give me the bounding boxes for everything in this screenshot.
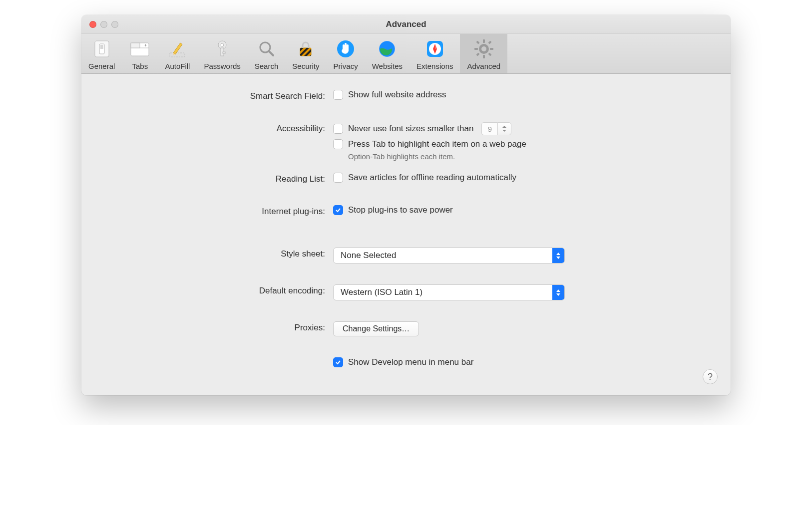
svg-marker-38 — [502, 130, 506, 132]
search-icon — [256, 38, 278, 60]
svg-point-36 — [481, 46, 486, 51]
select-stylesheet[interactable]: None Selected — [333, 248, 565, 263]
tab-websites[interactable]: Websites — [365, 34, 409, 73]
close-icon[interactable] — [89, 21, 96, 28]
tab-label: Privacy — [333, 62, 358, 70]
tab-label: Tabs — [132, 62, 148, 70]
help-icon: ? — [708, 372, 713, 382]
tab-label: Security — [292, 62, 319, 70]
label-plugins: Internet plug-ins: — [101, 205, 325, 217]
tab-advanced[interactable]: Advanced — [460, 34, 507, 73]
label-accessibility: Accessibility: — [101, 122, 325, 134]
lock-icon — [295, 38, 317, 60]
tab-passwords[interactable]: Passwords — [197, 34, 247, 73]
key-icon — [211, 38, 233, 60]
gear-icon — [473, 38, 495, 60]
svg-marker-41 — [556, 289, 560, 292]
svg-rect-35 — [476, 52, 479, 56]
window-controls — [89, 21, 118, 28]
font-size-stepper[interactable] — [497, 122, 511, 135]
tab-security[interactable]: Security — [285, 34, 326, 73]
titlebar: Advanced — [81, 15, 731, 34]
tab-label: General — [88, 62, 115, 70]
label-press-tab: Press Tab to highlight each item on a we… — [348, 139, 526, 149]
svg-rect-31 — [490, 48, 493, 50]
checkbox-show-full-address[interactable] — [333, 90, 343, 100]
hand-icon — [335, 38, 357, 60]
svg-point-11 — [221, 43, 224, 46]
label-smart-search: Smart Search Field: — [101, 90, 325, 101]
label-show-develop-menu: Show Develop menu in menu bar — [348, 357, 473, 367]
page-title: Advanced — [81, 19, 731, 29]
chevron-updown-icon — [552, 248, 564, 263]
select-encoding[interactable]: Western (ISO Latin 1) — [333, 284, 565, 300]
svg-rect-5 — [131, 43, 140, 48]
svg-rect-30 — [474, 48, 478, 50]
svg-rect-34 — [488, 40, 491, 44]
tab-label: Advanced — [467, 62, 500, 70]
preferences-window: Advanced General + Tabs AutoFill Pas — [81, 15, 731, 395]
label-reading-list: Reading List: — [101, 173, 325, 184]
switch-icon — [91, 38, 113, 60]
svg-marker-40 — [556, 257, 560, 259]
label-encoding: Default encoding: — [101, 284, 325, 296]
tab-privacy[interactable]: Privacy — [326, 34, 365, 73]
tab-extensions[interactable]: Extensions — [409, 34, 460, 73]
checkbox-stop-plugins[interactable] — [333, 205, 343, 215]
svg-line-15 — [269, 51, 273, 55]
svg-marker-39 — [556, 253, 560, 255]
tab-autofill[interactable]: AutoFill — [158, 34, 197, 73]
svg-rect-32 — [476, 40, 479, 44]
tab-label: Passwords — [204, 62, 240, 70]
svg-rect-33 — [488, 52, 491, 56]
tab-tabs[interactable]: + Tabs — [122, 34, 158, 73]
tab-label: Websites — [372, 62, 403, 70]
preferences-toolbar: General + Tabs AutoFill Passwords Search — [81, 34, 731, 74]
pencil-icon — [166, 38, 188, 60]
advanced-pane: Smart Search Field: Show full website ad… — [81, 74, 731, 395]
svg-rect-7 — [170, 53, 185, 57]
change-settings-button[interactable]: Change Settings… — [333, 321, 419, 336]
select-encoding-value: Western (ISO Latin 1) — [341, 287, 422, 297]
label-show-full-address: Show full website address — [348, 90, 446, 100]
tab-label: Search — [255, 62, 279, 70]
hint-option-tab: Option-Tab highlights each item. — [348, 152, 711, 161]
svg-rect-29 — [483, 55, 485, 58]
label-stop-plugins: Stop plug-ins to save power — [348, 205, 453, 215]
checkbox-save-offline[interactable] — [333, 173, 343, 183]
compass-icon — [424, 38, 446, 60]
checkbox-never-use-font-size[interactable] — [333, 124, 343, 134]
zoom-icon[interactable] — [111, 21, 118, 28]
svg-rect-13 — [223, 52, 225, 53]
tab-general[interactable]: General — [81, 34, 122, 73]
globe-icon — [376, 38, 398, 60]
help-button[interactable]: ? — [703, 369, 718, 384]
label-proxies: Proxies: — [101, 321, 325, 333]
svg-rect-28 — [483, 39, 485, 43]
tab-label: Extensions — [416, 62, 453, 70]
label-save-offline: Save articles for offline reading automa… — [348, 173, 516, 183]
select-stylesheet-value: None Selected — [341, 251, 397, 261]
tab-search[interactable]: Search — [248, 34, 286, 73]
svg-text:+: + — [144, 43, 147, 48]
svg-rect-17 — [300, 48, 311, 56]
label-never-use-font-size: Never use font sizes smaller than — [348, 124, 473, 134]
checkbox-show-develop-menu[interactable] — [333, 357, 343, 367]
label-stylesheet: Style sheet: — [101, 248, 325, 259]
svg-marker-37 — [502, 126, 506, 128]
tab-label: AutoFill — [165, 62, 190, 70]
minimize-icon[interactable] — [100, 21, 107, 28]
checkbox-press-tab[interactable] — [333, 139, 343, 149]
chevron-updown-icon — [552, 285, 564, 300]
font-size-field[interactable]: 9 — [481, 122, 497, 135]
svg-marker-42 — [556, 293, 560, 296]
svg-rect-2 — [100, 45, 103, 49]
chevron-updown-icon — [502, 125, 507, 132]
tabs-icon: + — [129, 38, 151, 60]
